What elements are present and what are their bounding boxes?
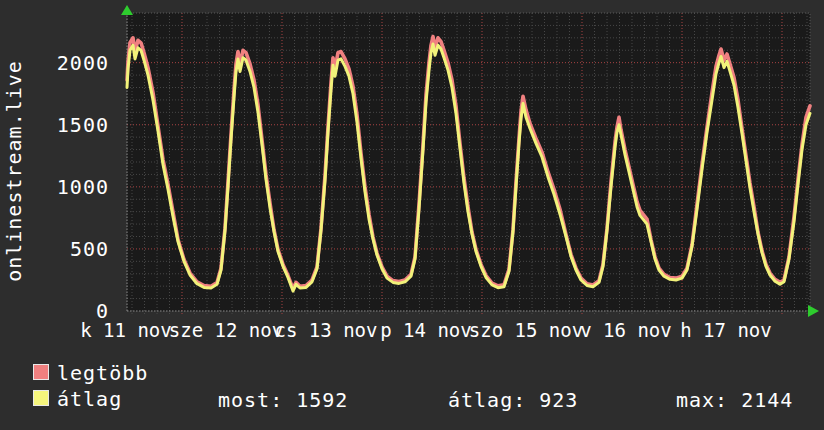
stat-atlag: átlag: 923 — [448, 388, 578, 412]
x-axis-arrow-icon — [808, 305, 819, 317]
y-tick-label: 500 — [0, 238, 109, 260]
y-axis-arrow-icon — [121, 5, 133, 15]
legend-swatch-legtobb — [33, 364, 49, 380]
legend-swatch-atlag — [33, 390, 49, 406]
graph-canvas: onlinestream.live legtöbb átlag most: 15… — [0, 0, 824, 430]
stat-max: max: 2144 — [676, 388, 793, 412]
x-tick-label: h 17 nov — [646, 319, 806, 341]
legend-label-atlag: átlag — [57, 387, 122, 411]
stat-most: most: 1592 — [218, 388, 348, 412]
y-tick-label: 2000 — [0, 52, 109, 74]
y-tick-label: 1000 — [0, 176, 109, 198]
y-tick-label: 1500 — [0, 114, 109, 136]
legend-label-legtobb: legtöbb — [57, 361, 148, 385]
